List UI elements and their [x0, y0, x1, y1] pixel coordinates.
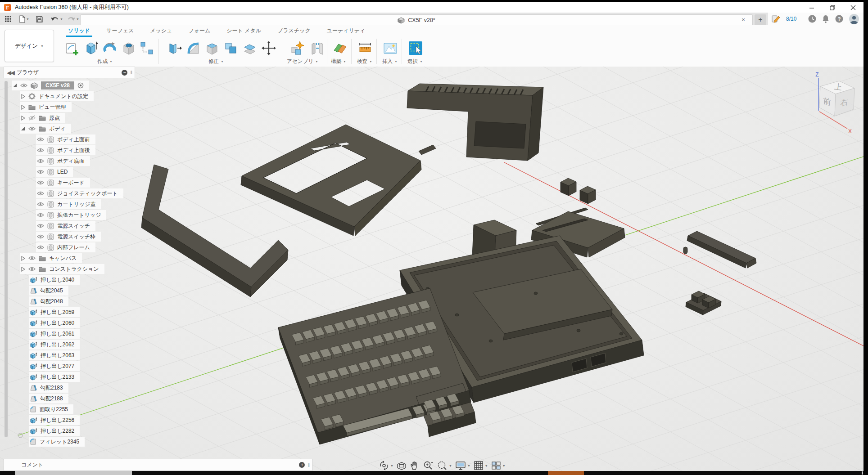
file-menu-button[interactable]: ▼ — [18, 13, 30, 24]
move-icon[interactable] — [260, 40, 277, 57]
part-small-cube-1[interactable] — [561, 178, 576, 196]
document-tab[interactable]: CX5F v28* — [80, 14, 753, 26]
collapse-panel-icon[interactable]: ◀◀ — [7, 69, 14, 76]
part-trim-strip[interactable] — [683, 231, 756, 268]
browser-item[interactable]: 勾配2045 — [4, 285, 135, 296]
os-taskbar[interactable] — [0, 471, 868, 475]
create-sketch-icon[interactable] — [63, 40, 81, 57]
extrude-icon[interactable] — [82, 40, 99, 57]
press-pull-icon[interactable] — [166, 40, 183, 57]
save-button[interactable] — [35, 13, 44, 24]
tab-close-button[interactable]: × — [739, 16, 747, 24]
ribbon-group-4[interactable]: 検査▼ — [357, 58, 372, 65]
revolve-icon[interactable] — [101, 40, 118, 57]
browser-item[interactable]: カートリッジ蓋 — [4, 199, 135, 210]
taskbar-app-segment[interactable] — [548, 471, 584, 475]
browser-item[interactable]: LED — [4, 166, 135, 177]
visibility-eye-icon[interactable] — [37, 234, 44, 239]
part-top-frame[interactable] — [241, 125, 436, 236]
new-tab-button[interactable]: + — [755, 14, 766, 25]
visibility-eye-off-icon[interactable] — [28, 115, 36, 121]
fit-button[interactable]: ▼ — [437, 461, 452, 471]
zoom-button[interactable] — [423, 461, 434, 471]
visibility-eye-icon[interactable] — [28, 126, 36, 131]
browser-item[interactable]: ドキュメントの設定 — [4, 91, 135, 102]
look-at-button[interactable] — [397, 461, 407, 471]
taskbar-search-segment[interactable] — [15, 471, 132, 475]
expand-icon[interactable] — [21, 256, 25, 260]
comment-panel[interactable]: コメント + ‖ — [4, 459, 312, 471]
view-cube[interactable]: 上 前 右 Z X — [802, 70, 863, 135]
combine-icon[interactable] — [222, 40, 240, 57]
construction-plane-icon[interactable] — [331, 40, 348, 57]
expand-icon[interactable] — [21, 116, 25, 120]
visibility-eye-icon[interactable] — [37, 137, 44, 142]
shell-icon[interactable] — [203, 40, 221, 57]
job-status-icon[interactable] — [772, 15, 780, 23]
browser-item[interactable]: キャンバス — [4, 253, 135, 264]
browser-item[interactable]: 押し出し2077 — [4, 361, 135, 372]
browser-item[interactable]: ボディ上面前 — [4, 134, 135, 145]
browser-item[interactable]: ビュー管理 — [4, 102, 135, 112]
close-button[interactable] — [843, 2, 863, 13]
browser-item[interactable]: 押し出し2059 — [4, 307, 135, 318]
ribbon-tab-6[interactable]: ユーティリティ — [326, 26, 367, 37]
insert-image-icon[interactable] — [382, 40, 399, 57]
visibility-eye-icon[interactable] — [37, 223, 44, 229]
browser-item[interactable]: 押し出し2256 — [4, 415, 135, 426]
browser-item[interactable]: コンストラクション — [4, 264, 135, 274]
browser-item[interactable]: 押し出し2061 — [4, 328, 135, 339]
ribbon-group-5[interactable]: 挿入▼ — [382, 58, 398, 65]
viewcube-front-label[interactable]: 前 — [823, 96, 831, 107]
visibility-eye-icon[interactable] — [28, 255, 36, 261]
workspace-selector[interactable]: デザイン ▼ — [5, 30, 54, 62]
expand-icon[interactable] — [21, 267, 25, 271]
ribbon-tab-0[interactable]: ソリッド — [67, 26, 91, 37]
pan-button[interactable] — [410, 461, 420, 471]
browser-item[interactable]: 原点 — [4, 112, 135, 123]
ribbon-group-2[interactable]: アセンブリ▼ — [287, 58, 318, 65]
visibility-eye-icon[interactable] — [20, 83, 27, 88]
visibility-eye-icon[interactable] — [37, 148, 44, 153]
add-comment-icon[interactable]: + — [299, 462, 305, 468]
browser-root-item[interactable]: CX5F v28 — [4, 80, 135, 91]
ribbon-group-3[interactable]: 構築▼ — [331, 58, 346, 65]
expand-icon[interactable] — [21, 126, 25, 131]
visibility-eye-icon[interactable] — [37, 245, 44, 250]
part-small-cube-2[interactable] — [580, 186, 596, 204]
browser-item[interactable]: 押し出し2062 — [4, 339, 135, 350]
browser-item[interactable]: 拡張カートリッジ — [4, 210, 135, 220]
visibility-eye-icon[interactable] — [37, 202, 44, 207]
activate-radio-icon[interactable] — [77, 82, 84, 89]
app-grid-menu-button[interactable] — [4, 13, 13, 24]
select-tool-icon[interactable] — [407, 40, 424, 57]
ribbon-group-1[interactable]: 修正▼ — [208, 58, 224, 65]
viewport[interactable]: 上 前 右 Z X ◀◀ ブラウザ − ‖ CX5F v28ドキュメントの設定ビ… — [0, 67, 863, 471]
visibility-eye-icon[interactable] — [37, 212, 44, 218]
expand-icon[interactable] — [21, 94, 25, 99]
browser-item[interactable]: 電源スイッチ枠 — [4, 231, 135, 242]
browser-item[interactable]: 内部フレーム — [4, 242, 135, 253]
joint-icon[interactable] — [309, 40, 326, 57]
measure-icon[interactable] — [357, 40, 374, 57]
browser-item[interactable]: 面取り2255 — [4, 404, 135, 415]
panel-grip-icon[interactable]: ‖ — [130, 70, 132, 75]
browser-item[interactable]: 電源スイッチ — [4, 220, 135, 231]
orbit-button[interactable]: ▼ — [379, 461, 393, 471]
visibility-eye-icon[interactable] — [37, 169, 44, 175]
display-settings-button[interactable]: ▼ — [455, 461, 470, 471]
restore-button[interactable] — [822, 2, 843, 13]
browser-item[interactable]: 押し出し2060 — [4, 318, 135, 328]
notifications-bell-icon[interactable] — [822, 14, 830, 23]
remove-icon[interactable]: − — [122, 70, 127, 76]
visibility-eye-icon[interactable] — [37, 180, 44, 185]
visibility-eye-icon[interactable] — [28, 266, 36, 272]
browser-item[interactable]: 押し出し2040 — [4, 274, 135, 285]
pattern-icon[interactable] — [138, 40, 155, 57]
ribbon-tab-3[interactable]: フォーム — [187, 26, 212, 37]
new-component-icon[interactable] — [288, 40, 305, 57]
expand-icon[interactable] — [13, 83, 17, 88]
fillet-icon[interactable] — [185, 40, 202, 57]
browser-item[interactable]: ボディ — [4, 123, 135, 134]
browser-item[interactable]: キーボード — [4, 177, 135, 188]
